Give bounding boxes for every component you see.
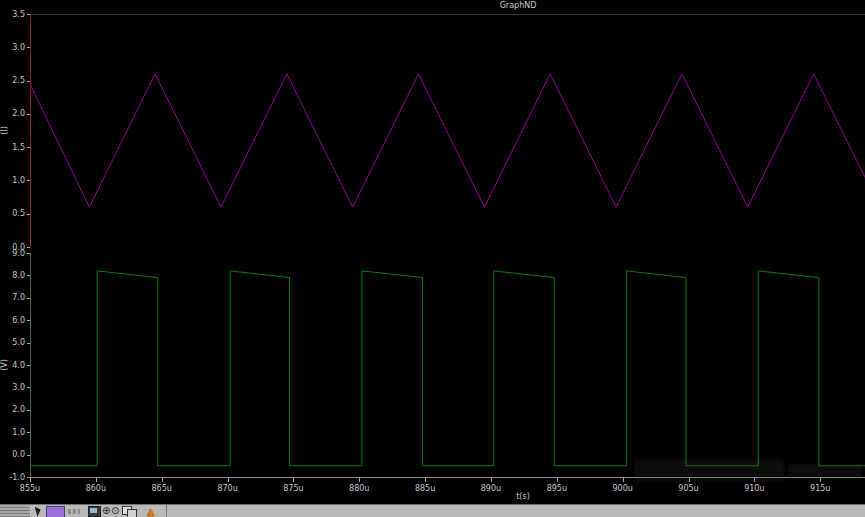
x-tick-label: 910u	[744, 484, 764, 493]
x-axis-label: t(s)	[516, 492, 530, 501]
x-tick-label: 870u	[217, 484, 237, 493]
y-tick-label: 2.0	[12, 405, 25, 414]
y-axis-unit-label: (V)	[0, 359, 9, 371]
y-tick-label: 1.0	[12, 428, 25, 437]
y-tick-label: 2.0	[12, 109, 25, 118]
x-tick-label: 915u	[810, 484, 830, 493]
x-tick-label: 900u	[612, 484, 632, 493]
x-tick-label: 895u	[547, 484, 567, 493]
zoom-circle-icon[interactable]: ⊕	[102, 506, 110, 516]
y-tick-label: 6.0	[12, 316, 25, 325]
x-tick-label: 880u	[349, 484, 369, 493]
y-tick-label: 0.5	[12, 209, 25, 218]
y-tick-label: 3.0	[12, 383, 25, 392]
triangle-wave	[30, 74, 865, 207]
y-tick-label: 8.0	[12, 271, 25, 280]
y-tick-label: 7.0	[12, 293, 25, 302]
y-tick-label: -1.0	[9, 473, 25, 482]
tool-label-marks	[68, 509, 80, 514]
x-tick-label: 885u	[415, 484, 435, 493]
taskbar: ⊕ ⊙ ▲	[0, 504, 865, 517]
x-tick-label: 855u	[20, 484, 40, 493]
watermark	[788, 464, 862, 480]
app-grip-icon[interactable]	[0, 505, 30, 517]
active-tool-icon[interactable]	[46, 506, 65, 517]
graph-window: GraphND 0.00.51.01.52.02.53.03.5(I)-1.00…	[0, 0, 865, 517]
monitor-icon[interactable]	[88, 506, 101, 517]
y-tick-label: 3.0	[12, 43, 25, 52]
target-circle-icon[interactable]: ⊙	[111, 506, 119, 516]
windows-icon[interactable]	[122, 506, 132, 515]
x-tick-label: 905u	[678, 484, 698, 493]
x-tick-label: 860u	[86, 484, 106, 493]
y-tick-label: 9.0	[12, 249, 25, 258]
y-tick-label: 4.0	[12, 361, 25, 370]
x-tick-label: 890u	[481, 484, 501, 493]
y-tick-label: 1.0	[12, 176, 25, 185]
x-tick-label: 865u	[152, 484, 172, 493]
waveform-plot[interactable]: 0.00.51.01.52.02.53.03.5(I)-1.00.01.02.0…	[0, 0, 865, 505]
warning-icon[interactable]: ▲	[147, 506, 155, 517]
y-axis-unit-label: (I)	[0, 126, 9, 135]
watermark	[634, 460, 784, 482]
y-tick-label: 3.5	[12, 10, 25, 19]
y-tick-label: 5.0	[12, 338, 25, 347]
y-tick-label: 2.5	[12, 76, 25, 85]
square-wave	[30, 271, 865, 466]
toolbar-separator	[166, 505, 167, 517]
y-tick-label: 0.0	[12, 450, 25, 459]
y-tick-label: 1.5	[12, 143, 25, 152]
cursor-icon[interactable]	[35, 506, 42, 517]
x-tick-label: 875u	[283, 484, 303, 493]
